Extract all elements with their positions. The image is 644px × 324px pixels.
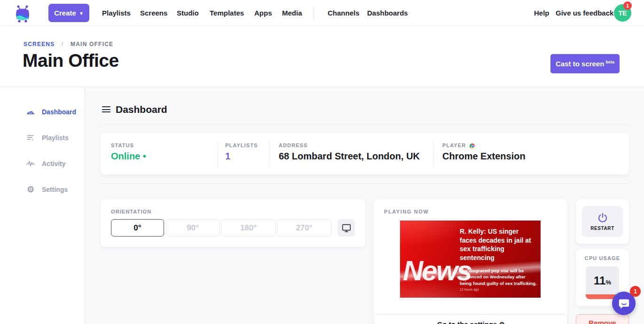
go-to-settings-label: Go to the settings ⚙ (374, 320, 568, 324)
address-value: 68 Lombard Street, London, UK (279, 151, 420, 162)
card-divider (269, 141, 270, 167)
nav-item-screens[interactable]: Screens (140, 0, 167, 26)
nav-item-studio[interactable]: Studio (177, 0, 199, 26)
restart-button[interactable]: RESTART (582, 206, 623, 237)
nav-item-channels[interactable]: Channels (328, 0, 360, 26)
breadcrumb-separator: / (62, 41, 64, 47)
remove-button[interactable]: Remove (576, 314, 629, 324)
page-header: SCREENS / MAIN OFFICE Main Office Cast t… (0, 26, 644, 87)
top-navbar: Create ▼ Playlists Screens Studio Templa… (0, 0, 644, 26)
navbar-divider (314, 6, 314, 20)
create-button[interactable]: Create ▼ (48, 4, 89, 22)
news-timestamp: 12 hours ago (460, 288, 479, 291)
cast-button-label: Cast to screen (556, 60, 604, 68)
playing-now-label: PLAYING NOW (384, 209, 429, 214)
online-dot: • (143, 151, 146, 161)
chat-notification-badge: 1 (630, 286, 641, 297)
menu-icon[interactable] (102, 106, 110, 113)
card-divider (433, 141, 433, 167)
cpu-usage-label: CPU USAGE (576, 255, 629, 261)
nav-item-playlists[interactable]: Playlists (102, 0, 131, 26)
sidebar-item-label: Activity (42, 160, 66, 167)
monitor-preview-button[interactable] (338, 219, 355, 237)
status-value: Online • (111, 151, 146, 162)
screen-dashboard-page: Create ▼ Playlists Screens Studio Templa… (0, 0, 644, 324)
card-divider (218, 141, 218, 167)
player-value: Chrome Extension (442, 151, 526, 162)
restart-button-label: RESTART (590, 226, 614, 231)
activity-wave-icon (26, 159, 35, 168)
nav-item-feedback[interactable]: Give us feedback (556, 0, 613, 26)
restart-card: RESTART (576, 199, 629, 244)
playlists-label: PLAYLISTS (225, 142, 258, 148)
status-card: STATUS Online • PLAYLISTS 1 ADDRESS 68 L… (101, 133, 629, 174)
sidebar-item-settings[interactable]: ⚙ Settings (0, 182, 85, 197)
avatar-notification-badge: 1 (623, 1, 632, 10)
sidebar-item-label: Settings (42, 186, 68, 193)
beta-badge: beta (605, 60, 614, 64)
sidebar-item-label: Dashboard (42, 108, 76, 116)
sidebar-item-dashboard[interactable]: Dashboard (0, 105, 85, 119)
gear-icon: ⚙ (499, 321, 505, 324)
playlists-count: 1 (225, 151, 230, 162)
orientation-option-0[interactable]: 0° (111, 219, 164, 237)
section-divider (101, 183, 629, 184)
breadcrumb: SCREENS / MAIN OFFICE (24, 41, 113, 47)
gear-icon: ⚙ (26, 185, 35, 194)
section-title: Dashboard (116, 104, 167, 115)
breadcrumb-current: MAIN OFFICE (71, 41, 113, 47)
orientation-option-270[interactable]: 270° (277, 219, 331, 237)
player-label: PLAYER (442, 142, 475, 149)
sidebar-item-activity[interactable]: Activity (0, 157, 85, 171)
cpu-usage-gauge: 11% (586, 266, 619, 299)
page-title: Main Office (23, 50, 119, 71)
news-headline: R. Kelly: US singer faces decades in jai… (460, 227, 537, 262)
sidebar-item-label: Playlists (42, 134, 69, 142)
cast-to-screen-button[interactable]: Cast to screenbeta (550, 54, 620, 73)
go-to-settings-card[interactable]: Go to the settings ⚙ (373, 314, 568, 324)
monitor-icon (341, 223, 352, 233)
section-divider (101, 124, 629, 125)
dashboard-content: Dashboard STATUS Online • PLAYLISTS 1 AD… (85, 87, 644, 324)
nav-item-help[interactable]: Help (534, 0, 550, 26)
playing-now-thumbnail: News R. Kelly: US singer faces decades i… (400, 221, 541, 298)
news-subtext: The disgraced pop star will be sentenced… (460, 268, 537, 286)
address-label: ADDRESS (279, 142, 308, 148)
orientation-option-180[interactable]: 180° (221, 219, 275, 237)
playing-now-card: PLAYING NOW News R. Kelly: US singer fac… (374, 199, 567, 324)
sidebar-item-playlists[interactable]: Playlists (0, 131, 85, 145)
nav-item-templates[interactable]: Templates (210, 0, 244, 26)
cpu-usage-unit: % (605, 279, 611, 286)
chat-bubble-icon (618, 297, 630, 310)
nav-item-dashboards[interactable]: Dashboards (367, 0, 408, 26)
status-label: STATUS (111, 142, 134, 148)
nav-item-media[interactable]: Media (282, 0, 302, 26)
playlist-icon (26, 133, 35, 142)
gauge-icon (26, 107, 35, 117)
orientation-option-90[interactable]: 90° (166, 219, 220, 237)
screen-sidebar: Dashboard Playlists Activity ⚙ (0, 87, 85, 324)
power-icon (597, 212, 608, 223)
chevron-down-icon: ▼ (79, 11, 84, 16)
create-button-label: Create (54, 9, 76, 17)
cpu-usage-value: 11% (586, 274, 619, 287)
screencloud-logo-icon[interactable] (12, 3, 33, 23)
chrome-icon (470, 143, 475, 149)
breadcrumb-screens-link[interactable]: SCREENS (24, 41, 55, 47)
nav-item-apps[interactable]: Apps (254, 0, 272, 26)
orientation-card: ORIENTATION 0° 90° 180° 270° (101, 199, 365, 247)
orientation-label: ORIENTATION (111, 209, 151, 214)
